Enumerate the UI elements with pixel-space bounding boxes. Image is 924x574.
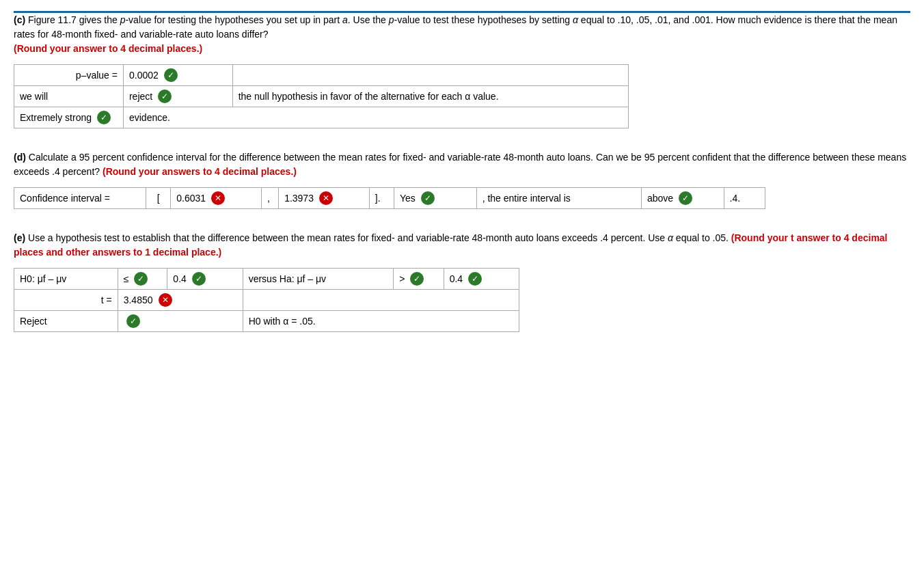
t-val-cell: 3.4850 ✕ [118,290,243,311]
check-icon-pvalue: ✓ [164,68,178,82]
bracket-open: [ [157,193,160,204]
t-label: t = [101,295,112,305]
h0-with-alpha-cell: H0 with α = .05. [243,311,519,332]
section-e-table: H0: μf – μv ≤ ✓ 0.4 ✓ versus Ha: μf – μv [14,268,519,332]
null-hyp-text: the null hypothesis in favor of the alte… [239,91,499,102]
h0-label: H0: μf – μv [20,273,66,284]
reject-cell: reject ✓ [123,86,232,107]
check-icon-yes: ✓ [421,191,435,205]
dot4-label: .4. [730,193,741,204]
section-c-instruction: (Round your answer to 4 decimal places.) [14,43,202,54]
dot4-cell: .4. [724,188,765,209]
h0-label-cell: H0: μf – μv [14,269,118,290]
ci-label-cell: Confidence interval = [14,188,146,209]
t-val-container: 3.4850 ✕ [124,293,237,307]
reject-container: reject ✓ [129,90,227,103]
reject-e-label: Reject [20,316,47,327]
extremely-strong-cell: Extremely strong ✓ [14,107,124,128]
ci-val2-cell: 1.3973 ✕ [279,188,370,209]
section-e-label: (e) [14,232,25,243]
ci-val1-container: 0.6031 ✕ [176,191,256,205]
ha-val: 0.4 [450,273,463,284]
check-icon-ha-op: ✓ [410,272,424,286]
x-icon-ci-val1: ✕ [211,191,225,205]
x-icon-ci-val2: ✕ [319,191,333,205]
table-row: t = 3.4850 ✕ [14,290,519,311]
we-will-cell: we will [14,86,124,107]
section-c-label: (c) [14,14,25,25]
ha-op: > [399,273,405,284]
check-icon-reject: ✓ [158,90,172,103]
section-c: (c) Figure 11.7 gives the p-value for te… [14,11,910,128]
entire-interval-cell: , the entire interval is [476,188,641,209]
check-icon-extremely-strong: ✓ [97,111,111,124]
table-row: Confidence interval = [ 0.6031 ✕ , 1.397… [14,188,765,209]
section-d-instruction: (Round your answers to 4 decimal places.… [103,166,297,177]
table-row: H0: μf – μv ≤ ✓ 0.4 ✓ versus Ha: μf – μv [14,269,519,290]
table-row: Reject ✓ H0 with α = .05. [14,311,519,332]
section-e: (e) Use a hypothesis test to establish t… [14,231,910,332]
entire-interval-text: , the entire interval is [483,193,571,204]
t-val: 3.4850 [124,295,153,305]
evidence-cell: evidence. [123,107,628,128]
extremely-strong-label: Extremely strong [20,112,92,123]
ha-label-cell: versus Ha: μf – μv [243,269,394,290]
ci-val2: 1.3973 [284,193,314,204]
ci-val1: 0.6031 [176,193,206,204]
extremely-strong-container: Extremely strong ✓ [20,111,118,124]
section-e-text: (e) Use a hypothesis test to establish t… [14,231,910,260]
comma-cell: , [261,188,278,209]
section-c-table: p–value = 0.0002 ✓ we will reject ✓ [14,64,629,128]
evidence-label: evidence. [129,112,170,123]
we-will-label: we will [20,91,48,102]
check-icon-h0-val: ✓ [192,272,206,286]
t-label-cell: t = [14,290,118,311]
check-icon-h0-op: ✓ [134,272,148,286]
yes-cell: Yes ✓ [394,188,477,209]
ci-val2-container: 1.3973 ✕ [284,191,364,205]
h0-op: ≤ [124,273,129,284]
section-e-instruction: (Round your t answer to 4 decimal places… [14,232,888,258]
section-d-table: Confidence interval = [ 0.6031 ✕ , 1.397… [14,187,765,209]
pvalue-value-container: 0.0002 ✓ [129,68,227,82]
ha-label: versus Ha: μf – μv [249,273,326,284]
ha-op-container: > ✓ [399,272,437,286]
yes-container: Yes ✓ [400,191,471,205]
pvalue-value-cell: 0.0002 ✓ [123,65,232,86]
null-hyp-cell: the null hypothesis in favor of the alte… [232,86,628,107]
ha-val-container: 0.4 ✓ [450,272,513,286]
above-cell: above ✓ [641,188,724,209]
bracket-close: ]. [375,193,381,204]
table-row: p–value = 0.0002 ✓ [14,65,629,86]
section-d: (d) Calculate a 95 percent confidence in… [14,150,910,209]
table-row: Extremely strong ✓ evidence. [14,107,629,128]
pvalue-value: 0.0002 [129,70,159,81]
bracket-close-cell: ]. [369,188,394,209]
ha-op-cell: > ✓ [394,269,444,290]
ha-val-cell: 0.4 ✓ [444,269,519,290]
bracket-open-cell: [ [146,188,171,209]
reject-label-cell: Reject [14,311,118,332]
h0-op-container: ≤ ✓ [124,272,162,286]
above-label: above [647,193,673,204]
comma: , [267,193,270,204]
ci-val1-cell: 0.6031 ✕ [171,188,262,209]
table-row: we will reject ✓ the null hypothesis in … [14,86,629,107]
pvalue-label-cell: p–value = [14,65,124,86]
check-reject-cell: ✓ [118,311,243,332]
check-icon-above: ✓ [679,191,692,205]
pvalue-spacer [232,65,628,86]
x-icon-t-val: ✕ [159,293,172,307]
section-d-label: (d) [14,152,26,163]
ci-label: Confidence interval = [20,193,110,204]
section-c-text: (c) Figure 11.7 gives the p-value for te… [14,13,910,56]
yes-label: Yes [400,193,416,204]
reject-label: reject [129,91,152,102]
h0-val-cell: 0.4 ✓ [167,269,243,290]
check-icon-ha-val: ✓ [468,272,482,286]
h0-op-cell: ≤ ✓ [118,269,167,290]
h0-val: 0.4 [173,273,186,284]
above-container: above ✓ [647,191,718,205]
t-empty-cell [243,290,519,311]
h0-val-container: 0.4 ✓ [173,272,236,286]
